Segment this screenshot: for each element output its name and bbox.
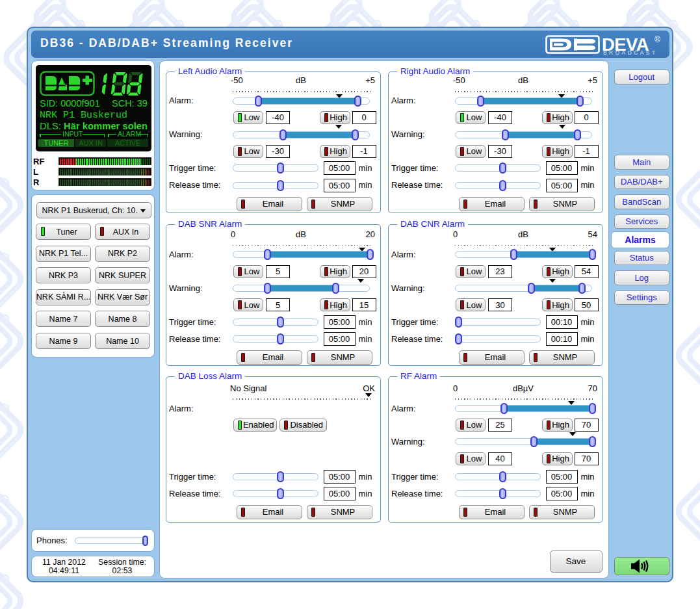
svg-text:BROADCAST: BROADCAST <box>603 49 658 55</box>
svg-text:®: ® <box>655 35 660 44</box>
